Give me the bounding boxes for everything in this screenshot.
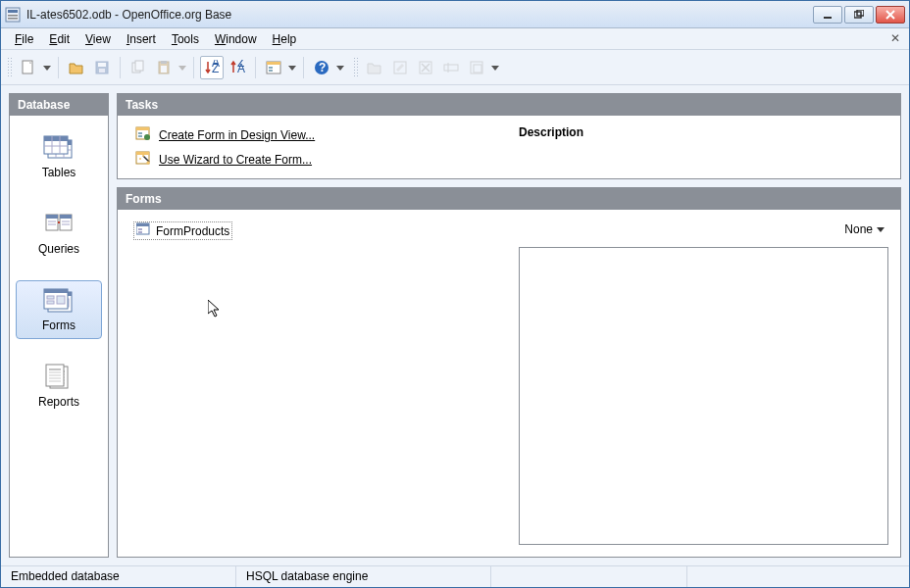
new-button[interactable]	[17, 56, 40, 79]
sidebar-item-tables[interactable]: Tables	[16, 127, 102, 186]
edit-form-button[interactable]	[388, 56, 412, 79]
sidebar-item-label: Queries	[38, 242, 79, 256]
svg-rect-96	[138, 231, 142, 233]
paste-dropdown[interactable]	[177, 64, 187, 72]
separator	[255, 57, 256, 78]
maximize-button[interactable]	[844, 6, 874, 24]
menu-insert[interactable]: Insert	[119, 30, 164, 48]
form-item[interactable]: FormProducts	[133, 221, 232, 240]
svg-marker-29	[288, 66, 296, 71]
sidebar-item-reports[interactable]: Reports	[16, 357, 102, 416]
svg-marker-20	[178, 66, 186, 71]
svg-rect-84	[136, 127, 149, 130]
reports-icon	[42, 364, 76, 391]
svg-rect-27	[269, 67, 273, 69]
menu-view[interactable]: View	[77, 30, 119, 48]
svg-rect-39	[471, 62, 482, 74]
rename-form-button[interactable]	[439, 56, 463, 79]
sidebar-item-forms[interactable]: Forms	[16, 280, 102, 339]
task-link-label: Create Form in Design View...	[159, 128, 315, 142]
sort-desc-button[interactable]: ZA	[226, 56, 249, 79]
svg-rect-55	[60, 215, 72, 219]
svg-rect-2	[8, 15, 18, 17]
toolbar-grip	[7, 57, 13, 78]
mdi-close-icon[interactable]: ✕	[887, 30, 903, 46]
menubar: File Edit View Insert Tools Window Help …	[1, 28, 909, 50]
toolbar-overflow[interactable]	[490, 64, 500, 72]
main-column: Tasks Create Form in Design View...	[117, 93, 901, 558]
close-button[interactable]	[876, 6, 905, 24]
preview-mode-label: None	[844, 222, 873, 236]
sidebar-item-queries[interactable]: Queries	[16, 204, 102, 263]
svg-rect-1	[8, 10, 18, 13]
open-form-button[interactable]	[363, 56, 386, 79]
toolbar-grip	[353, 57, 359, 78]
forms-panel: Forms FormProducts None	[117, 187, 901, 558]
status-empty-1	[491, 566, 687, 587]
window-controls	[813, 6, 905, 24]
separator	[58, 57, 59, 78]
copy-button[interactable]	[126, 56, 150, 79]
delete-form-button[interactable]	[414, 56, 437, 79]
save-button[interactable]	[90, 56, 114, 79]
forms-icon	[42, 287, 76, 315]
sidebar-item-label: Forms	[42, 318, 76, 332]
app-window: IL-ates6502.odb - OpenOffice.org Base Fi…	[0, 0, 910, 588]
chevron-down-icon	[877, 222, 885, 236]
svg-marker-32	[336, 66, 344, 71]
form-dropdown[interactable]	[287, 64, 297, 72]
svg-rect-70	[57, 296, 65, 304]
svg-rect-89	[136, 152, 149, 155]
body-area: Database Tables Queries	[1, 85, 909, 565]
svg-rect-95	[138, 228, 142, 230]
status-db-type: Embedded database	[1, 566, 236, 587]
queries-icon	[42, 211, 76, 238]
svg-rect-67	[44, 289, 68, 293]
svg-rect-28	[269, 70, 273, 72]
toolbar: AZ ZA ?	[1, 50, 909, 85]
svg-marker-97	[877, 227, 885, 232]
menu-tools[interactable]: Tools	[164, 30, 207, 48]
menu-edit[interactable]: Edit	[41, 30, 77, 48]
forms-list[interactable]: FormProducts	[118, 210, 519, 557]
status-engine: HSQL database engine	[236, 566, 491, 587]
minimize-button[interactable]	[813, 6, 842, 24]
svg-rect-3	[8, 18, 18, 20]
form-button[interactable]	[262, 56, 285, 79]
preview-box	[519, 247, 888, 545]
svg-rect-37	[444, 65, 458, 71]
sidebar-item-label: Reports	[38, 395, 79, 409]
svg-rect-86	[138, 135, 142, 137]
svg-rect-48	[44, 136, 68, 141]
open-button[interactable]	[65, 56, 88, 79]
task-link-label: Use Wizard to Create Form...	[159, 153, 312, 167]
menu-file[interactable]: File	[7, 30, 41, 48]
svg-point-87	[144, 134, 150, 140]
form-item-label: FormProducts	[156, 224, 229, 238]
menu-window[interactable]: Window	[207, 30, 265, 48]
app-icon	[5, 7, 21, 23]
sort-asc-button[interactable]: AZ	[200, 56, 224, 79]
svg-rect-19	[161, 66, 167, 73]
status-empty-2	[687, 566, 910, 587]
help-dropdown[interactable]	[335, 64, 345, 72]
separator	[193, 57, 194, 78]
titlebar: IL-ates6502.odb - OpenOffice.org Base	[1, 1, 909, 28]
svg-marker-41	[491, 66, 499, 71]
svg-point-91	[139, 158, 141, 160]
separator	[303, 57, 304, 78]
svg-marker-11	[43, 66, 51, 71]
tasks-links: Create Form in Design View... Use Wizard…	[135, 125, 499, 169]
task-create-design[interactable]: Create Form in Design View...	[135, 125, 499, 144]
menu-help[interactable]: Help	[265, 30, 305, 48]
new-dropdown[interactable]	[42, 64, 52, 72]
preview-mode-button[interactable]: None	[844, 222, 885, 236]
paste-button[interactable]	[152, 56, 176, 79]
svg-rect-68	[47, 296, 54, 299]
svg-rect-13	[98, 63, 106, 67]
sidebar-heading: Database	[10, 94, 108, 116]
task-use-wizard[interactable]: Use Wizard to Create Form...	[135, 150, 499, 169]
tasks-panel: Tasks Create Form in Design View...	[117, 93, 901, 179]
new-folder-button[interactable]	[465, 56, 488, 79]
help-button[interactable]: ?	[310, 56, 333, 79]
